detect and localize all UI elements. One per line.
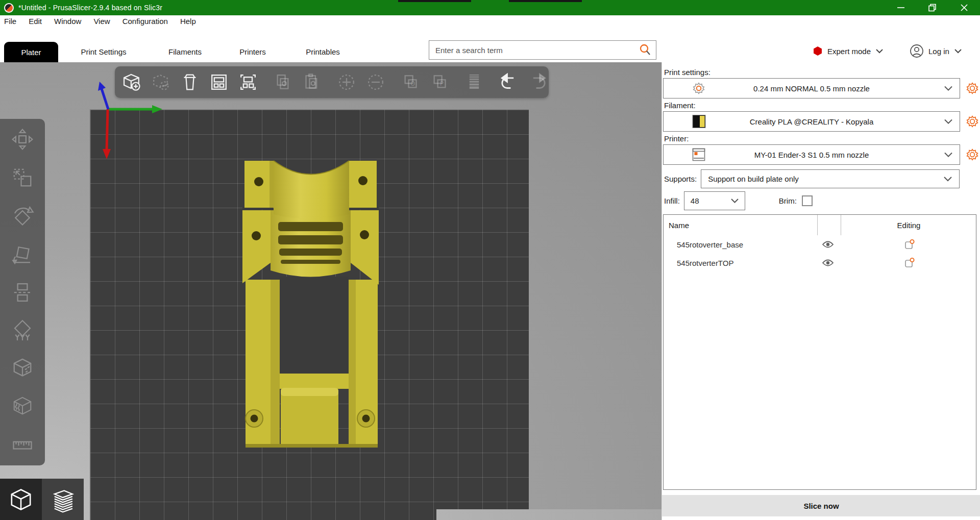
cut-tool-button[interactable] xyxy=(9,279,36,306)
object-name[interactable]: 545rotoverter_base xyxy=(677,240,743,249)
print-settings-combo[interactable]: 0.24 mm NORMAL 0.5 mm nozzle xyxy=(663,78,960,98)
copy-button[interactable] xyxy=(271,70,295,94)
editor-view-button[interactable] xyxy=(0,479,42,520)
remove-instance-button[interactable] xyxy=(364,70,387,94)
rotate-tool-button[interactable] xyxy=(9,203,36,229)
object-row[interactable]: 545rotoverter_base xyxy=(664,235,976,254)
model-545rotoverter[interactable] xyxy=(225,143,398,459)
eye-icon[interactable] xyxy=(822,240,834,249)
delete-all-icon xyxy=(178,70,202,94)
infill-combo[interactable]: 48 xyxy=(684,191,745,210)
tab-plater[interactable]: Plater xyxy=(4,42,58,62)
filament-edit-gear-button[interactable] xyxy=(966,115,979,128)
close-button[interactable] xyxy=(948,0,980,15)
object-name[interactable]: 545rotverterTOP xyxy=(677,259,733,267)
search-box xyxy=(429,40,656,60)
printer-combo[interactable]: MY-01 Ender-3 S1 0.5 mm nozzle xyxy=(663,144,960,165)
copy-icon xyxy=(271,70,295,94)
add-instance-icon xyxy=(335,70,358,94)
place-on-face-tool-button[interactable] xyxy=(9,241,36,267)
cut-icon xyxy=(10,280,35,305)
split-objects-icon: O xyxy=(399,70,422,94)
scale-tool-button[interactable] xyxy=(9,164,36,191)
restore-icon xyxy=(927,3,938,13)
chevron-down-icon xyxy=(944,84,953,93)
split-objects-button[interactable]: O xyxy=(399,70,422,94)
eye-icon[interactable] xyxy=(822,259,834,267)
paste-button[interactable] xyxy=(300,70,324,94)
scale-icon xyxy=(10,165,35,190)
menu-window[interactable]: Window xyxy=(54,17,81,26)
preview-view-button[interactable] xyxy=(42,479,84,520)
mode-label: Expert mode xyxy=(827,47,871,56)
minimize-button[interactable] xyxy=(885,0,917,15)
tab-printables[interactable]: Printables xyxy=(291,45,355,59)
variable-layer-height-icon xyxy=(462,70,486,94)
measure-tool-button[interactable] xyxy=(9,432,36,458)
filament-label: Filament: xyxy=(664,101,980,110)
object-list: Name Editing 545rotoverter_base 545rotve… xyxy=(663,214,976,490)
menu-configuration[interactable]: Configuration xyxy=(122,17,168,26)
editing-column-header[interactable]: Editing xyxy=(841,215,977,235)
delete-model-button[interactable] xyxy=(149,70,173,94)
remove-instance-icon xyxy=(364,70,387,94)
print-settings-label: Print settings: xyxy=(664,68,980,77)
restore-button[interactable] xyxy=(917,0,948,15)
add-instance-button[interactable] xyxy=(335,70,358,94)
chevron-down-icon xyxy=(875,48,884,54)
arrange-button[interactable] xyxy=(207,70,231,94)
seam-painting-tool-button[interactable] xyxy=(9,355,36,382)
search-input[interactable] xyxy=(429,46,639,55)
printer-edit-gear-button[interactable] xyxy=(966,148,979,161)
paint-supports-tool-button[interactable] xyxy=(9,317,36,343)
chevron-down-icon xyxy=(954,48,962,54)
supports-combo[interactable]: Support on build plate only xyxy=(701,169,960,188)
variable-layer-height-button[interactable] xyxy=(462,70,486,94)
user-avatar-icon xyxy=(910,44,924,58)
app-logo-icon xyxy=(4,3,14,13)
svg-text:P: P xyxy=(440,80,444,87)
search-icon[interactable] xyxy=(639,43,652,57)
undo-icon xyxy=(497,70,521,94)
tab-filaments[interactable]: Filaments xyxy=(156,45,214,59)
preview-layers-icon xyxy=(49,486,77,513)
left-toolbar xyxy=(0,119,45,465)
menu-view[interactable]: View xyxy=(93,17,110,26)
tab-printers[interactable]: Printers xyxy=(225,45,281,59)
login-control[interactable]: Log in xyxy=(910,42,962,60)
edit-settings-icon[interactable] xyxy=(904,239,915,250)
prusaslicer-window: *Untitled - PrusaSlicer-2.9.4 based on S… xyxy=(0,0,980,520)
mode-selector[interactable]: Expert mode xyxy=(813,42,884,60)
print-settings-edit-gear-button[interactable] xyxy=(966,82,979,95)
slice-now-button[interactable]: Slice now xyxy=(662,495,980,516)
paint-supports-icon xyxy=(10,317,35,343)
close-icon xyxy=(959,3,969,13)
fuzzy-skin-tool-button[interactable] xyxy=(9,393,36,420)
menu-file[interactable]: File xyxy=(4,17,16,26)
brim-label: Brim: xyxy=(779,196,797,205)
menu-help[interactable]: Help xyxy=(180,17,196,26)
menubar: File Edit Window View Configuration Help xyxy=(0,15,980,27)
redo-button[interactable] xyxy=(526,70,550,94)
split-parts-icon: P xyxy=(428,70,451,94)
viewport-3d[interactable]: O P xyxy=(0,62,662,520)
paste-icon xyxy=(300,70,324,94)
seam-painting-icon xyxy=(10,356,35,381)
overlay-strip xyxy=(398,0,471,2)
edit-settings-icon[interactable] xyxy=(904,257,915,268)
brim-checkbox[interactable] xyxy=(802,195,813,206)
view-mode-switch xyxy=(0,479,84,520)
tab-print-settings[interactable]: Print Settings xyxy=(71,45,136,59)
delete-all-button[interactable] xyxy=(178,70,202,94)
split-parts-button[interactable]: P xyxy=(428,70,451,94)
filament-combo[interactable]: Creality PLA @CREALITY - Kopyala xyxy=(663,111,960,132)
undo-button[interactable] xyxy=(497,70,521,94)
name-column-header[interactable]: Name xyxy=(669,215,689,235)
object-row[interactable]: 545rotverterTOP xyxy=(664,254,976,272)
move-tool-button[interactable] xyxy=(9,126,36,153)
menu-edit[interactable]: Edit xyxy=(29,17,42,26)
arrange-bed-button[interactable] xyxy=(236,70,260,94)
tab-bar: Plater Print Settings Filaments Printers… xyxy=(0,27,980,62)
printer-label: Printer: xyxy=(664,134,980,143)
add-model-button[interactable] xyxy=(120,70,143,94)
